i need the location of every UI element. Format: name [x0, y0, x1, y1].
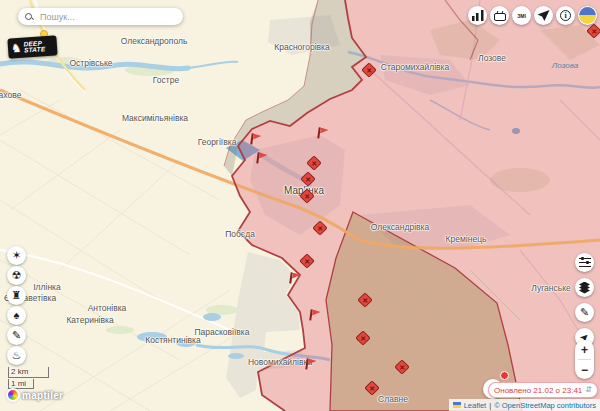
radiation-icon: ☢	[12, 270, 22, 281]
leaflet-link[interactable]: Leaflet	[464, 401, 487, 410]
video-button[interactable]	[490, 6, 509, 25]
place-label: Парасковіївка	[195, 327, 250, 337]
flag-marker[interactable]	[250, 133, 254, 144]
search-box[interactable]	[18, 8, 183, 25]
flag-marker[interactable]	[256, 152, 260, 163]
notification-dot	[500, 371, 509, 380]
cross-icon: ✕	[304, 258, 310, 265]
filter-explosion-button[interactable]: ✶	[7, 246, 26, 265]
scale-km: 2 km	[8, 367, 49, 378]
cross-icon: ✕	[360, 335, 366, 342]
place-label: Красногорівка	[274, 42, 329, 52]
event-filter-toolbar: ✶☢♜♠✎♨	[7, 246, 26, 365]
media-button[interactable]: ЗМІ	[512, 6, 531, 25]
update-text: Оновлено 21.02 о 23:41	[494, 386, 582, 395]
battle-marker[interactable]: ✕	[299, 253, 315, 269]
battle-marker[interactable]: ✕	[586, 23, 600, 39]
cross-icon: ✕	[362, 297, 368, 304]
collapse-icon: ⇵	[585, 386, 592, 394]
flag-marker[interactable]	[305, 358, 309, 369]
zoom-in-button[interactable]: +	[575, 340, 594, 359]
filter-fortress-button[interactable]: ♜	[7, 286, 26, 305]
cross-icon: ✕	[591, 28, 597, 35]
battle-marker[interactable]: ✕	[357, 292, 373, 308]
cross-icon: ✕	[399, 364, 405, 371]
fire-icon: ♨	[12, 350, 22, 361]
chess-knight-icon: ♞	[11, 42, 23, 55]
place-label: Побєда	[225, 229, 255, 239]
filter-fire-button[interactable]: ♨	[7, 346, 26, 365]
flag-marker[interactable]	[289, 272, 293, 283]
place-label: Кремінець	[446, 234, 487, 244]
layers-icon	[578, 282, 591, 294]
filter-missile-button[interactable]: ✎	[7, 326, 26, 345]
place-label: ахове	[0, 90, 21, 100]
deepstate-logo[interactable]: ♞ DEEP STATE	[7, 35, 57, 58]
layers-button[interactable]	[575, 278, 594, 297]
maptiler-text: maptiler	[22, 390, 63, 401]
place-label: Катеринівка	[66, 315, 113, 325]
flag-marker[interactable]	[309, 309, 313, 320]
missile-icon: ✎	[12, 330, 21, 341]
map-controls: ✎➤	[575, 253, 594, 347]
pencil-icon: ✎	[580, 307, 589, 318]
place-label: Лозове	[478, 53, 506, 63]
draw-button[interactable]: ✎	[575, 303, 594, 322]
logo-line2: STATE	[24, 46, 46, 54]
attribution-bar: Leaflet | © OpenStreetMap contributors	[449, 399, 600, 411]
place-label: Острівське	[69, 58, 112, 68]
search-input[interactable]	[38, 11, 176, 23]
ukraine-flag-icon	[579, 7, 596, 24]
place-label: Луганське	[531, 283, 570, 293]
filter-forest-button[interactable]: ♠	[7, 306, 26, 325]
battle-marker[interactable]: ✕	[312, 220, 328, 236]
place-label: Олександрополь	[121, 36, 188, 46]
flag-marker[interactable]	[317, 127, 321, 138]
maptiler-icon	[6, 388, 20, 402]
bar-chart-icon	[472, 10, 484, 21]
place-label: Георгіївка	[198, 137, 237, 147]
place-label: Славне	[378, 394, 408, 404]
cross-icon: ✕	[369, 385, 375, 392]
telegram-button[interactable]	[534, 6, 553, 25]
update-status-pill[interactable]: Оновлено 21.02 о 23:41 ⇵	[488, 382, 598, 398]
cross-icon: ✕	[311, 160, 317, 167]
filter-radiation-button[interactable]: ☢	[7, 266, 26, 285]
attribution-divider: |	[489, 401, 491, 410]
map-settings-button[interactable]	[575, 253, 594, 272]
cross-icon: ✕	[304, 193, 310, 200]
battle-marker[interactable]: ✕	[394, 359, 410, 375]
scale-control: 2 km 1 mi	[8, 367, 49, 389]
tv-icon	[494, 13, 506, 21]
search-icon	[25, 13, 33, 21]
place-label: Олександрівка	[371, 222, 429, 232]
river-label: Лозова	[552, 61, 578, 70]
labels-layer: аховеОлександропольКрасногорівкаОстрівсь…	[0, 0, 600, 411]
place-label: Максимільянівка	[122, 113, 188, 123]
place-label: Іллінка	[33, 282, 61, 292]
topbar-buttons: ЗМІi	[468, 6, 597, 25]
about-button[interactable]: i	[556, 6, 575, 25]
forest-icon: ♠	[14, 310, 20, 321]
battle-marker[interactable]: ✕	[306, 155, 322, 171]
zoom-out-button[interactable]: −	[575, 360, 594, 379]
osm-link[interactable]: © OpenStreetMap contributors	[494, 401, 596, 410]
telegram-icon	[538, 10, 550, 21]
language-button[interactable]	[578, 6, 597, 25]
zoom-control: + −	[575, 340, 594, 379]
ukraine-flag-icon	[453, 402, 461, 408]
cross-icon: ✕	[317, 225, 323, 232]
place-label: Старомихайлівка	[381, 62, 449, 72]
statistics-button[interactable]	[468, 6, 487, 25]
maptiler-logo[interactable]: maptiler	[6, 388, 63, 402]
battle-marker[interactable]: ✕	[361, 62, 377, 78]
cross-icon: ✕	[366, 67, 372, 74]
info-icon: i	[560, 10, 571, 21]
sliders-icon	[579, 258, 591, 268]
deepstate-map-app: аховеОлександропольКрасногорівкаОстрівсь…	[0, 0, 600, 411]
battle-marker[interactable]: ✕	[355, 330, 371, 346]
explosion-icon: ✶	[12, 250, 21, 261]
place-label: Антонівка	[88, 303, 127, 313]
press-icon: ЗМІ	[517, 13, 526, 19]
place-label: Костянтинівка	[145, 335, 201, 345]
